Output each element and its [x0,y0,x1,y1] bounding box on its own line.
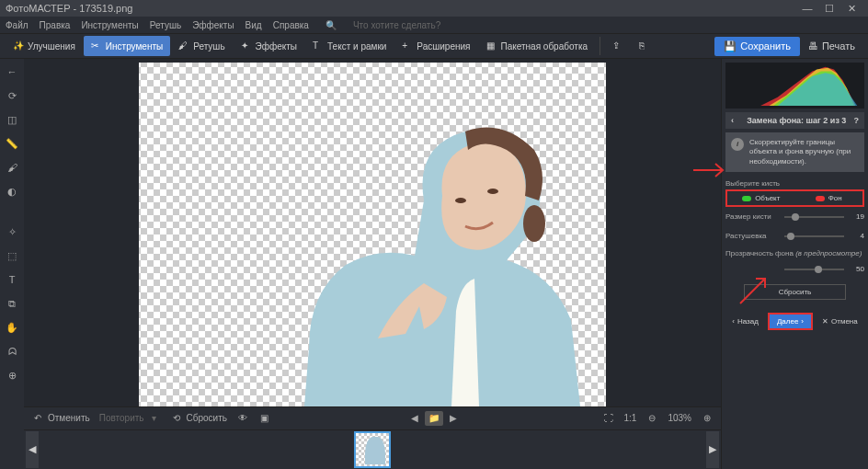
canvas-viewport[interactable] [24,59,721,406]
tab-text[interactable]: TТекст и рамки [305,36,394,56]
menu-view[interactable]: Вид [246,20,262,30]
canvas-image[interactable] [139,63,606,406]
brush-mode-tabs: Объект Фон [725,189,864,207]
tab-retouch[interactable]: 🖌Ретушь [171,36,232,56]
panel-header: ‹ Замена фона: шаг 2 из 3 ? [725,112,864,129]
eraser-icon[interactable]: ⬚ [5,248,19,263]
ruler-icon[interactable]: 📏 [5,136,19,151]
menu-file[interactable]: Файл [6,20,29,30]
maximize-button[interactable]: ☐ [818,3,840,15]
histogram [725,63,864,109]
opacity-value: 50 [848,265,864,273]
cancel-button[interactable]: ✕Отмена [817,315,863,328]
menu-help[interactable]: Справка [273,20,309,30]
globe-icon[interactable]: ⊕ [5,368,19,383]
thumbnail[interactable] [354,431,391,468]
feather-slider[interactable] [784,235,844,237]
next-button[interactable]: Далее› [768,313,813,330]
svg-point-0 [523,205,545,242]
reset-history-button[interactable]: ⟲Сбросить [170,412,227,425]
opacity-label: Прозрачность фона (в предпросмотре) [725,249,864,257]
brush-size-value: 19 [848,212,864,221]
text-icon[interactable]: T [5,272,19,287]
tab-tools[interactable]: ✂Инструменты [84,36,170,56]
hint-box: i Скорректируйте границы объекта и фона … [725,132,864,172]
filmstrip-next[interactable]: ▶ [706,431,719,468]
menu-retouch[interactable]: Ретушь [150,20,181,30]
menu-effects[interactable]: Эффекты [192,20,234,30]
menubar: Файл Правка Инструменты Ретушь Эффекты В… [0,17,868,33]
hint-text: Скорректируйте границы объекта и фона вр… [749,138,859,166]
filmstrip: ◀ ▶ [24,429,721,469]
feather-label: Растушевка [725,232,781,240]
brush-background-tab[interactable]: Фон [795,191,863,205]
sparkle-icon[interactable]: ✧ [5,224,19,239]
svg-point-2 [487,189,498,194]
chevron-left-icon: ‹ [732,317,735,326]
menu-edit[interactable]: Правка [40,20,71,30]
right-panel: ‹ Замена фона: шаг 2 из 3 ? i Скорректир… [721,59,868,469]
export-button[interactable]: ⎘ [632,36,657,56]
brush-object-tab[interactable]: Объект [727,191,795,205]
main-toolbar: ✨Улучшения ✂Инструменты 🖌Ретушь ✦Эффекты… [0,33,868,59]
browse-button[interactable]: 📁 [425,411,443,426]
compare-icon[interactable]: 👁 [236,412,249,425]
clone-icon[interactable]: ⧉ [5,296,19,311]
minimize-button[interactable]: — [796,3,818,14]
brush-size-slider[interactable] [784,216,844,218]
file-name: 173519.png [79,3,132,14]
zoom-value: 103% [668,413,691,423]
crop-icon[interactable]: ◫ [5,112,19,127]
close-icon: ✕ [822,317,828,326]
filmstrip-prev[interactable]: ◀ [26,431,39,468]
zoom-out-button[interactable]: ⊖ [645,412,658,425]
redo-button[interactable]: Повторить▾ [99,412,161,425]
hand-icon[interactable]: ✋ [5,320,19,335]
app-name: ФотоМАСТЕР [6,3,71,14]
person-icon[interactable]: ᗣ [5,344,19,359]
tab-extensions[interactable]: +Расширения [394,36,477,56]
left-toolbox: ← ⟳ ◫ 📏 🖌 ◐ ✧ ⬚ T ⧉ ✋ ᗣ ⊕ [0,59,24,469]
zoom-ratio[interactable]: 1:1 [624,413,637,423]
menu-tools[interactable]: Инструменты [81,20,138,30]
gradient-icon[interactable]: ◐ [5,184,19,199]
back-button[interactable]: ‹Назад [726,315,764,328]
feather-value: 4 [848,232,864,240]
svg-point-1 [455,198,466,203]
bottom-toolbar: ↶Отменить Повторить▾ ⟲Сбросить 👁 ▣ ◀ 📁 ▶… [24,406,721,429]
undo-button[interactable]: ↶Отменить [31,412,90,425]
info-icon: i [731,138,744,151]
tab-effects[interactable]: ✦Эффекты [234,36,304,56]
refresh-icon[interactable]: ⟳ [5,88,19,103]
close-button[interactable]: ✕ [840,3,862,15]
print-button[interactable]: 🖶Печать [801,37,862,55]
tab-enhance[interactable]: ✨Улучшения [6,36,83,56]
share-button[interactable]: ⇪ [605,36,631,56]
panel-back-icon[interactable]: ‹ [731,116,734,125]
back-arrow-icon[interactable]: ← [5,64,19,79]
search-placeholder[interactable]: Что хотите сделать? [353,20,440,30]
chevron-right-icon: › [801,317,804,326]
next-image-button[interactable]: ▶ [447,412,460,425]
opacity-slider[interactable] [784,269,844,270]
reset-button[interactable]: Сбросить [744,284,846,300]
prev-image-button[interactable]: ◀ [408,412,421,425]
print-icon: 🖶 [808,40,818,51]
window-titlebar: ФотоМАСТЕР - 173519.png — ☐ ✕ [0,0,868,17]
brush-size-label: Размер кисти [725,212,781,221]
tab-batch[interactable]: ▦Пакетная обработка [479,36,596,56]
layers-icon[interactable]: ▣ [258,412,271,425]
brush-icon[interactable]: 🖌 [5,160,19,175]
help-icon[interactable]: ? [854,116,860,125]
save-icon: 💾 [724,40,737,52]
panel-title: Замена фона: шаг 2 из 3 [739,116,854,125]
zoom-in-button[interactable]: ⊕ [701,412,714,425]
brush-section-label: Выберите кисть [725,179,864,188]
fit-screen-icon[interactable]: ⛶ [602,412,615,425]
save-button[interactable]: 💾Сохранить [714,37,800,56]
